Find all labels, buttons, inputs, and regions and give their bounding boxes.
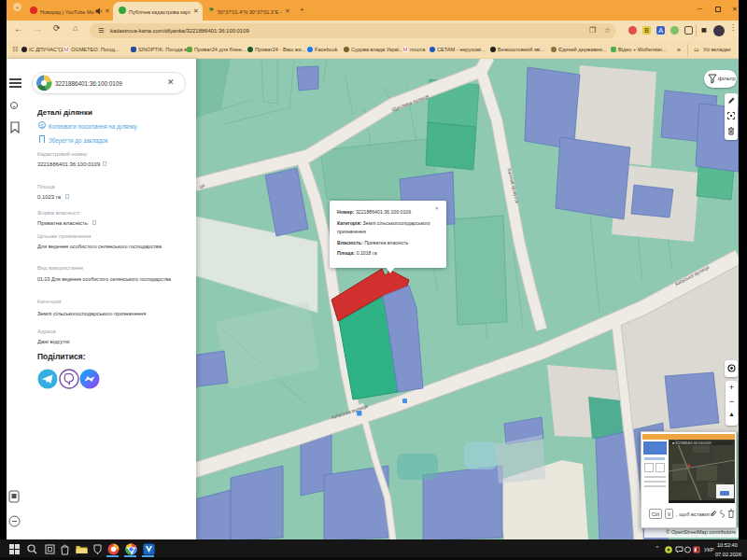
svg-text:■ 3221886401:36:100:0109: ■ 3221886401:36:100:0109: [672, 441, 712, 445]
